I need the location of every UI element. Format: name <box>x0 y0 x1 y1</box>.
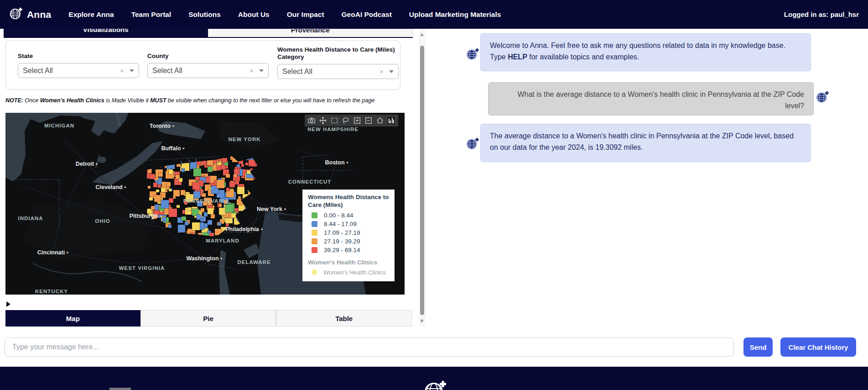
state-label-delaware: DELAWARE <box>237 259 270 265</box>
legend-swatch <box>312 247 317 253</box>
state-label-pennsylvania: PENNSYLVANIA <box>183 198 229 204</box>
scrollbar-thumb[interactable] <box>420 46 424 315</box>
select-control[interactable]: Select All× <box>147 63 269 78</box>
city-label-new-york: New York <box>257 206 286 212</box>
city-dot <box>347 162 348 163</box>
clear-icon[interactable]: × <box>120 67 124 74</box>
legend-range-label: 8.44 - 17.09 <box>324 221 357 227</box>
collapse-arrow-icon[interactable] <box>6 301 10 307</box>
city-label-toronto: Toronto <box>150 123 174 129</box>
tab-label: Visualizations <box>4 29 208 33</box>
city-label-philadelphia: Philadelphia <box>225 226 263 232</box>
state-label-connecticut: CONNECTICUT <box>288 179 332 184</box>
nav-item-explore-anna[interactable]: Explore Anna <box>68 11 114 19</box>
zoom-in-icon[interactable] <box>353 116 362 125</box>
city-dot <box>96 163 98 165</box>
filters-card: StateSelect All×CountySelect All×Womens … <box>5 40 400 90</box>
message-input[interactable] <box>5 337 734 357</box>
state-label-michigan: MICHIGAN <box>44 123 74 128</box>
filter-label: State <box>18 53 139 60</box>
footer-globe-logo-icon <box>423 379 447 390</box>
brand[interactable]: Anna <box>9 7 51 22</box>
brand-name[interactable]: Anna <box>27 9 51 20</box>
legend-item-clinics[interactable]: Women's Health Clinics <box>312 269 389 276</box>
nav-item-about-us[interactable]: About Us <box>238 11 270 19</box>
top-navbar: Anna Explore AnnaTeam PortalSolutionsAbo… <box>0 0 868 29</box>
pan-icon[interactable] <box>318 116 327 125</box>
legend-swatch <box>312 212 317 218</box>
bot-avatar <box>466 47 479 61</box>
globe-logo-icon <box>9 7 23 22</box>
scroll-up-arrow[interactable] <box>420 33 424 36</box>
tab-provenance[interactable]: Provenance <box>208 29 413 37</box>
filter-label: County <box>147 53 269 60</box>
city-label-cleveland: Cleveland <box>95 184 126 190</box>
footer-cutoff-element <box>109 388 131 390</box>
clear-icon[interactable]: × <box>379 68 384 75</box>
clinics-note: NOTE: Once Women's Health Clinics is Mad… <box>5 97 407 104</box>
state-label-maryland: MARYLAND <box>206 238 239 243</box>
legend-item-4[interactable]: 39.29 - 69.14 <box>312 247 389 253</box>
state-label-kentucky: KENTUCKY <box>35 289 68 294</box>
bot-message-bubble: Welcome to Anna. Feel free to ask me any… <box>480 33 811 71</box>
legend-range-label: 0.00 - 8.44 <box>324 212 353 219</box>
legend-swatch <box>312 221 317 227</box>
nav-item-team-portal[interactable]: Team Portal <box>131 11 172 19</box>
clear-chat-button[interactable]: Clear Chat History <box>780 337 856 357</box>
nav-menu: Explore AnnaTeam PortalSolutionsAbout Us… <box>51 11 501 19</box>
city-label-washington: Washington <box>186 255 222 262</box>
legend-swatch <box>312 238 317 244</box>
select-control[interactable]: Select All× <box>277 64 399 79</box>
tab-pie[interactable]: Pie <box>140 310 276 327</box>
selected-value: Select All <box>23 67 120 75</box>
nav-item-our-impact[interactable]: Our Impact <box>287 11 324 19</box>
clear-icon[interactable]: × <box>249 67 254 74</box>
city-label-pittsburgh: Pittsburgh <box>130 213 162 219</box>
nav-item-geoai-podcast[interactable]: GeoAI Podcast <box>342 11 392 19</box>
camera-icon[interactable] <box>307 116 316 125</box>
scroll-down-arrow[interactable] <box>420 320 424 323</box>
selected-value: Select All <box>282 68 379 76</box>
choropleth-map[interactable]: keHuron Womens Health Distance to Care (… <box>5 113 405 295</box>
tab-map[interactable]: Map <box>5 310 140 327</box>
legend-item-0[interactable]: 0.00 - 8.44 <box>312 212 389 219</box>
tab-visualizations[interactable]: Visualizations <box>4 29 208 37</box>
chevron-down-icon[interactable] <box>259 69 264 72</box>
nav-item-upload-marketing-materials[interactable]: Upload Marketing Materials <box>409 11 501 19</box>
view-tabbar: MapPieTable <box>5 310 412 327</box>
state-label-new-hampshire: NEW HAMPSHIRE <box>307 126 359 132</box>
footer <box>0 367 868 390</box>
city-label-detroit: Detroit <box>76 161 98 167</box>
state-label-ohio: OHIO <box>95 218 110 224</box>
selected-value: Select All <box>152 67 249 75</box>
city-label-cincinnati: Cincinnati <box>37 249 68 256</box>
city-label-buffalo: Buffalo <box>161 145 184 152</box>
chevron-down-icon[interactable] <box>130 69 134 72</box>
plotly-logo[interactable] <box>387 116 396 125</box>
legend-range-label: 39.29 - 69.14 <box>324 247 360 253</box>
city-dot <box>160 215 161 217</box>
filter-county: CountySelect All× <box>147 46 269 78</box>
legend-section-title: Women's Health Clinics <box>308 259 389 266</box>
panel-scrollbar[interactable] <box>419 29 426 327</box>
chevron-down-icon[interactable] <box>389 70 394 73</box>
legend-item-1[interactable]: 8.44 - 17.09 <box>312 221 389 227</box>
city-dot <box>183 148 185 149</box>
select-control[interactable]: Select All× <box>18 63 139 78</box>
legend-item-3[interactable]: 27.19 - 39.29 <box>312 238 389 245</box>
legend-range-label: 27.19 - 39.29 <box>324 238 360 245</box>
state-label-new-york: NEW YORK <box>228 137 260 142</box>
legend-item-2[interactable]: 17.09 - 27.19 <box>312 229 389 236</box>
nav-item-solutions[interactable]: Solutions <box>188 11 221 19</box>
box-select-icon[interactable] <box>330 116 339 125</box>
city-dot <box>125 186 126 188</box>
legend-range-label: 17.09 - 27.19 <box>324 229 360 236</box>
tab-table[interactable]: Table <box>276 310 412 327</box>
send-button[interactable]: Send <box>743 337 773 357</box>
home-icon[interactable] <box>375 116 385 125</box>
city-label-boston: Boston <box>325 159 348 166</box>
state-label-west-virginia: WEST VIRGINIA <box>119 265 165 271</box>
lasso-icon[interactable] <box>341 116 350 125</box>
zoom-out-icon[interactable] <box>364 116 373 125</box>
user-avatar <box>816 90 829 104</box>
